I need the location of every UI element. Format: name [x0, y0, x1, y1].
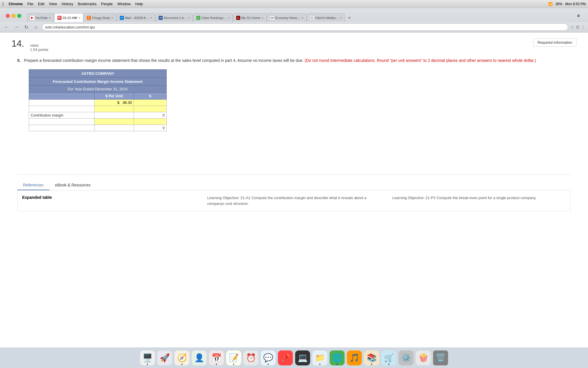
menu-edit[interactable]: Edit: [38, 2, 44, 6]
terminal-icon: 💻: [298, 353, 308, 363]
dock-chrome[interactable]: 🌐: [330, 350, 345, 365]
tab-economy-close[interactable]: ×: [301, 16, 303, 20]
sales-dollar-input[interactable]: [136, 100, 165, 105]
fixed-dollar-cell[interactable]: [134, 119, 166, 125]
menu-chrome[interactable]: Chrome: [9, 2, 23, 6]
tab-doc[interactable]: W Document 1.d… ×: [155, 13, 193, 22]
close-button[interactable]: [6, 14, 10, 18]
chrome-menu-icon[interactable]: ≡: [577, 13, 586, 18]
menu-bookmarks[interactable]: Bookmarks: [78, 2, 97, 6]
netincome-label-input[interactable]: [31, 126, 93, 130]
tab-mail-close[interactable]: ×: [150, 16, 152, 20]
dock-safari[interactable]: 🧭: [174, 350, 189, 365]
sales-label[interactable]: [29, 100, 95, 106]
variable-dollar-input[interactable]: [136, 107, 165, 111]
fixed-label[interactable]: [29, 119, 95, 125]
required-info-button[interactable]: Required information: [533, 38, 577, 47]
dock-calendar[interactable]: 📅: [209, 350, 224, 365]
contribution-dollar: 0: [134, 112, 166, 119]
menu-file[interactable]: File: [27, 2, 33, 6]
home-button[interactable]: ⌂: [32, 23, 40, 31]
tab-client[interactable]: C Client's Mailbo… ×: [307, 13, 345, 22]
launchpad-icon: 🚀: [160, 353, 170, 363]
expanded-table-label: Expanded table: [22, 195, 196, 200]
fixed-per-unit-input[interactable]: [96, 119, 132, 124]
syspreferences-icon: ⚙️: [401, 353, 411, 363]
address-icons: ☆ ⊡ ⋮: [570, 25, 585, 29]
references-section: References eBook & Resources Expanded ta…: [17, 174, 571, 211]
menu-people[interactable]: People: [101, 2, 113, 6]
dock: 🖥️ 🚀 🧭 👤 📅 📝 ⏰ 💬 📌 💻 📁 🌐 🎵: [0, 347, 588, 368]
music-icon: 🎵: [349, 353, 360, 363]
variable-dollar-cell[interactable]: [134, 106, 166, 112]
tab-economy[interactable]: W Economy News… ×: [267, 13, 307, 22]
question-number: 14.: [11, 38, 24, 49]
sales-per-unit-cell[interactable]: $ 38.30: [95, 100, 134, 106]
netincome-label[interactable]: [29, 125, 95, 131]
variable-label-input[interactable]: [31, 107, 93, 111]
tab-ch21hw[interactable]: M Ch 21 HW ×: [54, 13, 83, 22]
dock-messages[interactable]: 💬: [261, 350, 276, 365]
tab-mygu[interactable]: G My GU Home ×: [233, 13, 267, 22]
tab-mail[interactable]: ✉ Mail – ASEM A… ×: [117, 13, 155, 22]
menu-history[interactable]: History: [62, 2, 73, 6]
dock-downloads[interactable]: 📁: [312, 350, 327, 365]
tab-mail-label: Mail – ASEM A…: [125, 16, 149, 20]
address-input[interactable]: [42, 23, 568, 31]
window-controls: [2, 12, 25, 20]
dock-appstore[interactable]: 🛒: [381, 350, 396, 365]
tab-references[interactable]: References: [17, 180, 49, 190]
calendar-icon: 📅: [212, 353, 222, 363]
doc-favicon: W: [159, 16, 163, 20]
minimize-button[interactable]: [11, 14, 16, 18]
dock-popcorn[interactable]: 🍿: [416, 350, 431, 365]
refresh-button[interactable]: ↻: [22, 23, 30, 31]
tab-class-close[interactable]: ×: [228, 16, 229, 20]
new-tab-button[interactable]: +: [345, 14, 353, 22]
menu-help[interactable]: Help: [135, 2, 143, 6]
menu-bar-right: 📶 38% Mon 8:50 PM: [548, 2, 586, 6]
forward-button[interactable]: →: [13, 23, 20, 31]
tab-chegg-close[interactable]: ×: [111, 16, 113, 20]
tab-client-close[interactable]: ×: [340, 16, 342, 20]
table-col-header-row: $ Per Unit $: [29, 93, 167, 100]
variable-per-unit-cell[interactable]: [95, 106, 134, 112]
fixed-dollar-input[interactable]: [136, 119, 165, 124]
class-favicon: C: [196, 16, 200, 20]
contribution-per-unit: [95, 112, 134, 119]
dock-reminders[interactable]: ⏰: [243, 350, 258, 365]
tab-chegg[interactable]: C Chegg Study ×: [84, 13, 116, 22]
tab-doc-label: Document 1.d…: [164, 16, 187, 20]
bookmark-star-icon[interactable]: ☆: [570, 25, 574, 29]
variable-per-unit-input[interactable]: [96, 107, 132, 111]
cast-icon[interactable]: ⊡: [576, 25, 579, 29]
maximize-button[interactable]: [17, 14, 21, 18]
dock-books[interactable]: 📚: [364, 350, 379, 365]
dock-trash[interactable]: 🗑️: [433, 350, 448, 365]
back-button[interactable]: ←: [3, 23, 10, 31]
variable-label[interactable]: [29, 106, 95, 112]
tab-youtube-close[interactable]: ×: [49, 16, 51, 20]
tab-class[interactable]: C Class Rankings… ×: [193, 13, 233, 22]
fixed-label-input[interactable]: [31, 119, 93, 124]
tab-mygu-close[interactable]: ×: [262, 16, 264, 20]
fixed-per-unit-cell[interactable]: [95, 119, 134, 125]
dock-red-app[interactable]: 📌: [278, 350, 293, 365]
dock-launchpad[interactable]: 🚀: [157, 350, 172, 365]
sales-dollar-cell[interactable]: [134, 100, 166, 106]
tab-doc-close[interactable]: ×: [188, 16, 190, 20]
dock-music[interactable]: 🎵: [347, 350, 362, 365]
tab-youtube[interactable]: ▶ YouTube ×: [27, 13, 54, 22]
menu-window[interactable]: Window: [117, 2, 130, 6]
ref-row: Expanded table Learning Objective: 21-A1…: [22, 195, 566, 206]
dock-finder[interactable]: 🖥️: [140, 350, 155, 365]
chrome-menu-button[interactable]: ⋮: [581, 25, 585, 29]
sales-label-input[interactable]: [31, 100, 93, 105]
menu-view[interactable]: View: [49, 2, 57, 6]
dock-notes[interactable]: 📝: [226, 350, 241, 365]
tab-ebook[interactable]: eBook & Resources: [49, 180, 97, 190]
dock-terminal[interactable]: 💻: [295, 350, 310, 365]
dock-contacts[interactable]: 👤: [192, 350, 207, 365]
dock-syspreferences[interactable]: ⚙️: [399, 350, 414, 365]
tab-ch21hw-close[interactable]: ×: [78, 16, 80, 20]
